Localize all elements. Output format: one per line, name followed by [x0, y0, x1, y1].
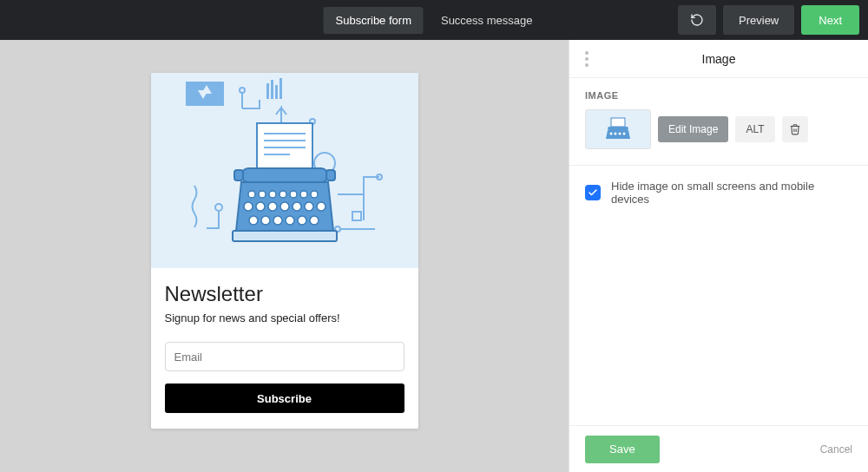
- dot-icon: [585, 57, 589, 61]
- svg-point-26: [290, 191, 297, 198]
- svg-point-32: [280, 202, 289, 211]
- svg-point-41: [310, 216, 319, 225]
- more-options-button[interactable]: [580, 46, 594, 72]
- editor-canvas: Newsletter Signup for news and special o…: [0, 40, 569, 472]
- svg-point-25: [279, 191, 286, 198]
- svg-point-35: [317, 202, 326, 211]
- hide-on-mobile-label: Hide image on small screens and mobile d…: [611, 180, 852, 206]
- svg-point-31: [268, 202, 277, 211]
- check-icon: [588, 187, 598, 198]
- svg-point-23: [259, 191, 266, 198]
- svg-point-38: [273, 216, 282, 225]
- preview-button[interactable]: Preview: [723, 5, 794, 35]
- form-subtitle: Signup for news and special offers!: [165, 311, 404, 324]
- svg-point-24: [269, 191, 276, 198]
- cancel-button[interactable]: Cancel: [820, 443, 852, 456]
- image-thumbnail[interactable]: [585, 109, 651, 149]
- svg-rect-3: [266, 83, 269, 99]
- svg-rect-44: [608, 127, 628, 130]
- svg-point-36: [249, 216, 258, 225]
- svg-point-46: [615, 133, 617, 135]
- panel-title: Image: [702, 52, 736, 66]
- svg-point-30: [256, 202, 265, 211]
- form-title: Newsletter: [165, 282, 404, 306]
- dot-icon: [585, 51, 589, 55]
- svg-rect-43: [611, 118, 625, 127]
- svg-point-34: [305, 202, 313, 211]
- svg-point-40: [298, 216, 306, 225]
- hide-on-mobile-checkbox[interactable]: [585, 185, 601, 200]
- svg-rect-20: [326, 170, 335, 180]
- svg-point-37: [261, 216, 270, 225]
- image-section-label: IMAGE: [585, 90, 852, 101]
- tab-success-message[interactable]: Success message: [429, 7, 545, 34]
- svg-rect-21: [233, 231, 337, 241]
- alt-text-button[interactable]: ALT: [735, 116, 774, 142]
- trash-icon: [789, 123, 801, 135]
- edit-image-button[interactable]: Edit Image: [658, 116, 728, 142]
- svg-point-48: [623, 133, 626, 135]
- svg-point-45: [610, 133, 613, 135]
- svg-point-27: [300, 191, 307, 198]
- svg-point-28: [311, 191, 318, 198]
- undo-icon: [690, 13, 704, 27]
- subscribe-button[interactable]: Subscribe: [165, 384, 404, 413]
- subscribe-form-preview: Newsletter Signup for news and special o…: [151, 73, 418, 429]
- svg-rect-4: [271, 80, 273, 99]
- undo-button[interactable]: [678, 5, 716, 35]
- typewriter-illustration: [151, 73, 418, 268]
- typewriter-thumb-icon: [594, 115, 642, 144]
- svg-rect-6: [279, 78, 282, 99]
- dot-icon: [585, 63, 589, 67]
- divider: [569, 165, 868, 166]
- tab-subscribe-form[interactable]: Subscribe form: [324, 7, 424, 34]
- svg-point-29: [244, 202, 253, 211]
- svg-rect-19: [234, 170, 243, 180]
- save-button[interactable]: Save: [585, 436, 660, 463]
- delete-image-button[interactable]: [782, 116, 808, 142]
- svg-point-33: [293, 202, 301, 211]
- svg-point-47: [619, 133, 621, 135]
- image-settings-panel: Image IMAGE Edit Image ALT: [569, 40, 868, 472]
- top-bar: Subscribe form Success message Preview N…: [0, 0, 868, 40]
- email-field[interactable]: [165, 342, 404, 371]
- svg-point-22: [248, 191, 255, 198]
- svg-point-39: [286, 216, 294, 225]
- form-hero-image[interactable]: [151, 73, 418, 268]
- svg-rect-18: [241, 168, 328, 182]
- svg-rect-5: [275, 85, 278, 99]
- tab-group: Subscribe form Success message: [324, 7, 545, 34]
- next-button[interactable]: Next: [801, 5, 859, 35]
